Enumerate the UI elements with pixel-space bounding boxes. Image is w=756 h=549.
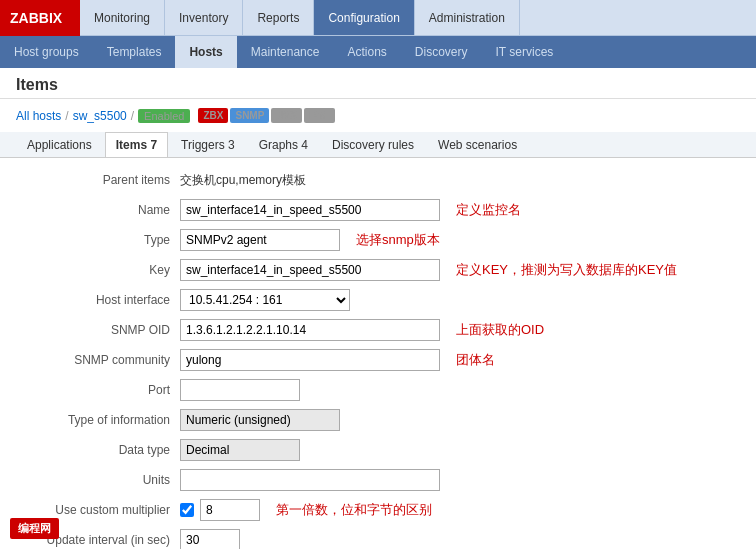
row-port: Port	[20, 378, 736, 402]
tag-container: ZBX SNMP JMX IPMI	[194, 103, 338, 128]
note-key: 定义KEY，推测为写入数据库的KEY值	[456, 261, 677, 279]
input-multiplier-value[interactable]	[200, 499, 260, 521]
note-name: 定义监控名	[456, 201, 521, 219]
label-snmp-oid: SNMP OID	[20, 323, 180, 337]
value-snmp-community: 团体名	[180, 349, 736, 371]
row-type-of-info: Type of information	[20, 408, 736, 432]
tab-graphs[interactable]: Graphs 4	[248, 132, 319, 157]
label-key: Key	[20, 263, 180, 277]
label-snmp-community: SNMP community	[20, 353, 180, 367]
top-nav-items: Monitoring Inventory Reports Configurati…	[80, 0, 520, 35]
form-area: Parent items 交换机cpu,memory模板 Name 定义监控名 …	[0, 158, 756, 549]
subnav-templates[interactable]: Templates	[93, 36, 176, 68]
row-custom-multiplier: Use custom multiplier 第一倍数，位和字节的区别	[20, 498, 736, 522]
label-custom-multiplier: Use custom multiplier	[20, 503, 180, 517]
label-data-type: Data type	[20, 443, 180, 457]
value-host-interface: 10.5.41.254 : 161	[180, 289, 736, 311]
row-snmp-oid: SNMP OID 上面获取的OID	[20, 318, 736, 342]
row-data-type: Data type	[20, 438, 736, 462]
value-snmp-oid: 上面获取的OID	[180, 319, 736, 341]
value-parent-items: 交换机cpu,memory模板	[180, 172, 736, 189]
tag-snmp[interactable]: SNMP	[230, 108, 269, 123]
input-units[interactable]	[180, 469, 440, 491]
note-custom-multiplier: 第一倍数，位和字节的区别	[276, 501, 432, 519]
breadcrumb-host[interactable]: sw_s5500	[73, 109, 127, 123]
nav-configuration[interactable]: Configuration	[314, 0, 414, 35]
breadcrumb-allhosts[interactable]: All hosts	[16, 109, 61, 123]
checkbox-custom-multiplier[interactable]	[180, 503, 194, 517]
tag-jmx[interactable]: JMX	[271, 108, 302, 123]
subnav-itservices[interactable]: IT services	[482, 36, 568, 68]
value-data-type	[180, 439, 736, 461]
value-name: 定义监控名	[180, 199, 736, 221]
value-update-interval	[180, 529, 736, 549]
value-port	[180, 379, 736, 401]
sub-nav: Host groups Templates Hosts Maintenance …	[0, 36, 756, 68]
note-snmp-community: 团体名	[456, 351, 495, 369]
tab-web-scenarios[interactable]: Web scenarios	[427, 132, 528, 157]
label-parent-items: Parent items	[20, 173, 180, 187]
breadcrumb: All hosts / sw_s5500 / Enabled ZBX SNMP …	[0, 99, 756, 132]
page-wrapper: ZABBIX Monitoring Inventory Reports Conf…	[0, 0, 756, 549]
value-type: 选择snmp版本	[180, 229, 736, 251]
row-update-interval: Update interval (in sec)	[20, 528, 736, 549]
input-data-type[interactable]	[180, 439, 300, 461]
nav-monitoring[interactable]: Monitoring	[80, 0, 165, 35]
input-port[interactable]	[180, 379, 300, 401]
tabs-bar: Applications Items 7 Triggers 3 Graphs 4…	[0, 132, 756, 158]
row-parent-items: Parent items 交换机cpu,memory模板	[20, 168, 736, 192]
subnav-discovery[interactable]: Discovery	[401, 36, 482, 68]
subnav-actions[interactable]: Actions	[333, 36, 400, 68]
nav-inventory[interactable]: Inventory	[165, 0, 243, 35]
subnav-maintenance[interactable]: Maintenance	[237, 36, 334, 68]
row-host-interface: Host interface 10.5.41.254 : 161	[20, 288, 736, 312]
row-key: Key 定义KEY，推测为写入数据库的KEY值	[20, 258, 736, 282]
watermark: 编程网	[10, 518, 59, 539]
tab-items[interactable]: Items 7	[105, 132, 168, 157]
input-type-of-info[interactable]	[180, 409, 340, 431]
subnav-hosts[interactable]: Hosts	[175, 36, 236, 68]
top-nav: ZABBIX Monitoring Inventory Reports Conf…	[0, 0, 756, 36]
label-port: Port	[20, 383, 180, 397]
input-snmp-community[interactable]	[180, 349, 440, 371]
label-host-interface: Host interface	[20, 293, 180, 307]
label-type: Type	[20, 233, 180, 247]
input-key[interactable]	[180, 259, 440, 281]
value-units	[180, 469, 736, 491]
value-custom-multiplier: 第一倍数，位和字节的区别	[180, 499, 736, 521]
row-snmp-community: SNMP community 团体名	[20, 348, 736, 372]
nav-administration[interactable]: Administration	[415, 0, 520, 35]
row-units: Units	[20, 468, 736, 492]
tab-applications[interactable]: Applications	[16, 132, 103, 157]
input-snmp-oid[interactable]	[180, 319, 440, 341]
nav-reports[interactable]: Reports	[243, 0, 314, 35]
page-title: Items	[0, 68, 756, 99]
input-type[interactable]	[180, 229, 340, 251]
note-type: 选择snmp版本	[356, 231, 440, 249]
note-snmp-oid: 上面获取的OID	[456, 321, 544, 339]
input-update-interval[interactable]	[180, 529, 240, 549]
tag-ipmi[interactable]: IPMI	[304, 108, 335, 123]
enabled-badge: Enabled	[138, 109, 190, 123]
row-name: Name 定义监控名	[20, 198, 736, 222]
subnav-hostgroups[interactable]: Host groups	[0, 36, 93, 68]
label-name: Name	[20, 203, 180, 217]
parent-items-text: 交换机cpu,memory模板	[180, 172, 306, 189]
logo: ZABBIX	[0, 0, 80, 36]
label-units: Units	[20, 473, 180, 487]
input-name[interactable]	[180, 199, 440, 221]
tag-zbx[interactable]: ZBX	[198, 108, 228, 123]
tab-discovery-rules[interactable]: Discovery rules	[321, 132, 425, 157]
breadcrumb-sep2: /	[131, 109, 134, 123]
breadcrumb-sep1: /	[65, 109, 68, 123]
row-type: Type 选择snmp版本	[20, 228, 736, 252]
value-type-of-info	[180, 409, 736, 431]
label-type-of-info: Type of information	[20, 413, 180, 427]
tab-triggers[interactable]: Triggers 3	[170, 132, 246, 157]
select-host-interface[interactable]: 10.5.41.254 : 161	[180, 289, 350, 311]
value-key: 定义KEY，推测为写入数据库的KEY值	[180, 259, 736, 281]
